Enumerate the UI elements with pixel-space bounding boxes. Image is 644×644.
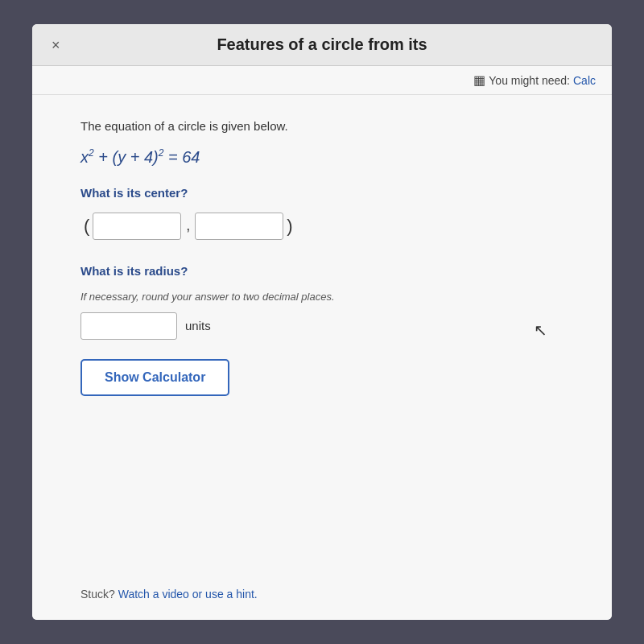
radius-input[interactable] xyxy=(80,312,177,340)
radius-hint: If necessary, round your answer to two d… xyxy=(80,291,564,303)
page-title: Features of a circle from its xyxy=(48,35,596,54)
show-calculator-button[interactable]: Show Calculator xyxy=(80,359,229,396)
center-input-row: ( , ) xyxy=(80,213,564,240)
watch-video-link[interactable]: Watch a video or use a hint. xyxy=(118,588,258,601)
center-y-input[interactable] xyxy=(195,213,283,240)
open-paren: ( xyxy=(84,216,89,237)
comma-separator: , xyxy=(186,217,190,234)
calculator-icon: ▦ xyxy=(473,72,485,88)
units-label: units xyxy=(185,319,211,332)
problem-description: The equation of a circle is given below. xyxy=(80,119,564,133)
content-area: ↖ The equation of a circle is given belo… xyxy=(32,95,612,620)
radius-input-row: units xyxy=(80,312,564,340)
radius-question-label: What is its radius? xyxy=(80,264,564,278)
close-paren: ) xyxy=(287,216,292,237)
center-x-input[interactable] xyxy=(93,213,181,240)
equation-display: x2 + (y + 4)2 = 64 xyxy=(80,147,564,167)
radius-section: What is its radius? If necessary, round … xyxy=(80,264,564,340)
footer-links: Stuck? Watch a video or use a hint. xyxy=(80,588,258,601)
close-button[interactable]: × xyxy=(45,33,67,56)
modal-window: × Features of a circle from its ▦ You mi… xyxy=(32,24,612,620)
stuck-text: Stuck? xyxy=(80,588,115,601)
header-bar: × Features of a circle from its xyxy=(32,24,612,66)
calculator-link[interactable]: ▦ You might need: Calc xyxy=(473,72,596,88)
calc-link-label[interactable]: Calc xyxy=(573,74,596,87)
toolbar: ▦ You might need: Calc xyxy=(32,66,612,95)
calc-label: You might need: xyxy=(489,74,570,87)
center-question-label: What is its center? xyxy=(80,186,564,200)
